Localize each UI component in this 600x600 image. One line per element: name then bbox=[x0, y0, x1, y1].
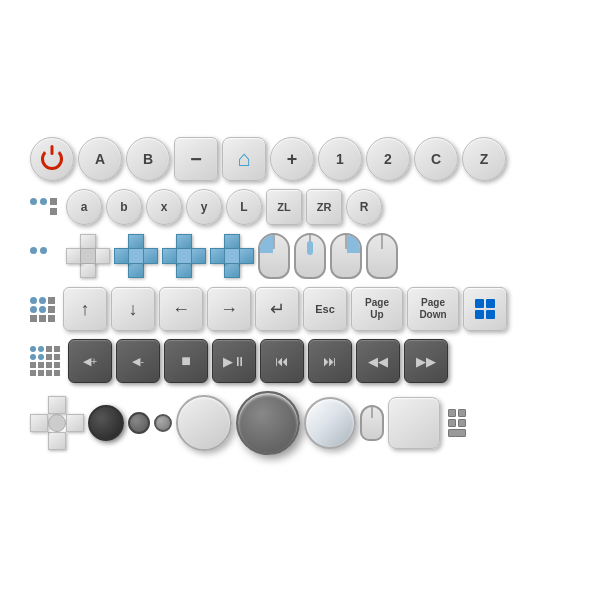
key-page-down[interactable]: PageDown bbox=[407, 287, 459, 331]
vol-down-icon: ◀- bbox=[132, 355, 144, 368]
key-down[interactable]: ↓ bbox=[111, 287, 155, 331]
mouse-left-click[interactable] bbox=[258, 233, 290, 279]
button-play-pause[interactable]: ▶⏸ bbox=[212, 339, 256, 383]
mouse-scroll-wheel[interactable] bbox=[294, 233, 326, 279]
button-circle-xl[interactable] bbox=[236, 391, 300, 455]
row-small-buttons: a b x y L ZL ZR R bbox=[30, 189, 570, 225]
main-container: A B − ⌂ + 1 2 C Z a b x y L ZL ZR R bbox=[20, 127, 580, 473]
button-b[interactable]: b bbox=[106, 189, 142, 225]
skip-next-icon: ⏭ bbox=[323, 353, 337, 369]
key-page-up[interactable]: PageUp bbox=[351, 287, 403, 331]
key-right[interactable]: → bbox=[207, 287, 251, 331]
row-dpads-mice bbox=[30, 233, 570, 279]
button-vol-down[interactable]: ◀- bbox=[116, 339, 160, 383]
button-B[interactable]: B bbox=[126, 137, 170, 181]
button-stop[interactable]: ■ bbox=[164, 339, 208, 383]
dots-indicator-row3 bbox=[30, 247, 58, 265]
joystick-large[interactable] bbox=[88, 405, 124, 441]
button-C[interactable]: C bbox=[414, 137, 458, 181]
row-media-buttons: ◀+ ◀- ■ ▶⏸ ⏮ ⏭ ◀◀ ▶▶ bbox=[30, 339, 570, 383]
mouse-small[interactable] bbox=[360, 405, 384, 441]
button-ZR[interactable]: ZR bbox=[306, 189, 342, 225]
dpad-blue-3[interactable] bbox=[210, 234, 254, 278]
key-enter[interactable]: ↵ bbox=[255, 287, 299, 331]
play-pause-icon: ▶⏸ bbox=[223, 354, 246, 369]
joystick-small-2[interactable] bbox=[154, 414, 172, 432]
stop-icon: ■ bbox=[181, 352, 191, 370]
home-icon: ⌂ bbox=[237, 146, 250, 172]
dpad-blue-1[interactable] bbox=[114, 234, 158, 278]
dots-indicator-row2 bbox=[30, 198, 58, 216]
power-icon bbox=[41, 148, 63, 170]
key-esc[interactable]: Esc bbox=[303, 287, 347, 331]
windows-icon bbox=[475, 299, 495, 319]
dpad-large-gray[interactable] bbox=[30, 396, 84, 450]
dpad-gray[interactable] bbox=[66, 234, 110, 278]
row-special bbox=[30, 391, 570, 455]
rewind-icon: ◀◀ bbox=[368, 354, 388, 369]
keyboard-grid-icon bbox=[448, 409, 466, 437]
dpad-blue-2[interactable] bbox=[162, 234, 206, 278]
button-Z[interactable]: Z bbox=[462, 137, 506, 181]
row-main-buttons: A B − ⌂ + 1 2 C Z bbox=[30, 137, 570, 181]
home-button[interactable]: ⌂ bbox=[222, 137, 266, 181]
button-L[interactable]: L bbox=[226, 189, 262, 225]
power-button[interactable] bbox=[30, 137, 74, 181]
fast-forward-icon: ▶▶ bbox=[416, 354, 436, 369]
button-R[interactable]: R bbox=[346, 189, 382, 225]
mouse-right-click[interactable] bbox=[330, 233, 362, 279]
button-1[interactable]: 1 bbox=[318, 137, 362, 181]
button-a[interactable]: a bbox=[66, 189, 102, 225]
button-vol-up[interactable]: ◀+ bbox=[68, 339, 112, 383]
vol-up-icon: ◀+ bbox=[83, 355, 97, 368]
button-fast-forward[interactable]: ▶▶ bbox=[404, 339, 448, 383]
button-square-large[interactable] bbox=[388, 397, 440, 449]
joystick-small-group bbox=[128, 412, 172, 434]
key-left[interactable]: ← bbox=[159, 287, 203, 331]
key-windows[interactable] bbox=[463, 287, 507, 331]
dots-indicator-row5 bbox=[30, 346, 60, 376]
row-arrow-keys: ↑ ↓ ← → ↵ Esc PageUp PageDown bbox=[30, 287, 570, 331]
mouse-plain[interactable] bbox=[366, 233, 398, 279]
skip-prev-icon: ⏮ bbox=[275, 353, 289, 369]
button-A[interactable]: A bbox=[78, 137, 122, 181]
button-2[interactable]: 2 bbox=[366, 137, 410, 181]
button-minus[interactable]: − bbox=[174, 137, 218, 181]
button-x[interactable]: x bbox=[146, 189, 182, 225]
button-skip-prev[interactable]: ⏮ bbox=[260, 339, 304, 383]
key-up[interactable]: ↑ bbox=[63, 287, 107, 331]
button-rewind[interactable]: ◀◀ bbox=[356, 339, 400, 383]
button-skip-next[interactable]: ⏭ bbox=[308, 339, 352, 383]
button-circle-large[interactable] bbox=[176, 395, 232, 451]
button-circle-glass[interactable] bbox=[304, 397, 356, 449]
button-ZL[interactable]: ZL bbox=[266, 189, 302, 225]
button-plus[interactable]: + bbox=[270, 137, 314, 181]
joystick-small-1[interactable] bbox=[128, 412, 150, 434]
button-y[interactable]: y bbox=[186, 189, 222, 225]
dots-indicator-row4 bbox=[30, 297, 55, 322]
